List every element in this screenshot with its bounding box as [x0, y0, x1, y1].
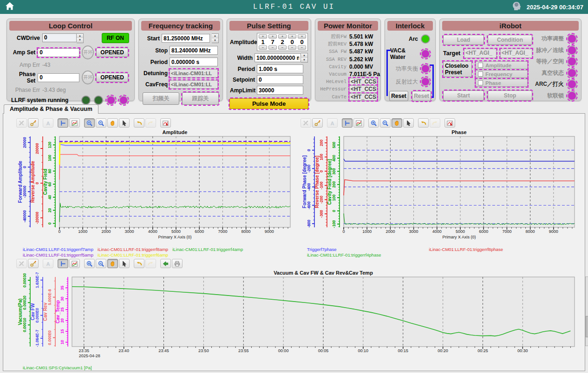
toolbar-annotation-button[interactable]: A: [327, 118, 338, 128]
chart-scrollbar[interactable]: [585, 277, 588, 346]
irobot-status-led: [567, 68, 577, 78]
amplitude-digit-stepper[interactable]: +1−+7−+2−+0−+0−: [257, 33, 308, 51]
pulse-up-icon[interactable]: ▲: [301, 53, 307, 58]
phase-opened-button[interactable]: OPENED: [96, 73, 128, 82]
digit-5-plus-button[interactable]: +: [298, 34, 306, 39]
freq-period-input[interactable]: [170, 58, 218, 66]
chart-scrollbar-thumb[interactable]: [586, 316, 588, 337]
toolbar-pointer-button[interactable]: [403, 118, 414, 128]
toolbar-tools-button[interactable]: [301, 118, 311, 128]
brain-head-icon[interactable]: [512, 0, 523, 13]
amp-set-input[interactable]: [38, 48, 79, 57]
toolbar-print-button[interactable]: [172, 259, 183, 268]
toolbar-tools-button[interactable]: [16, 259, 27, 268]
digit-1-minus-button[interactable]: −: [259, 45, 267, 50]
toolbar-redo-button[interactable]: [145, 259, 156, 268]
digit-3-minus-button[interactable]: −: [278, 45, 287, 50]
rf-on-button[interactable]: RF ON: [102, 33, 129, 43]
digit-3-plus-button[interactable]: +: [278, 34, 287, 39]
toolbar-undo-button[interactable]: [134, 259, 144, 268]
cwdrive-down-icon[interactable]: ▼: [77, 38, 83, 43]
toolbar-axes-button[interactable]: [58, 118, 68, 128]
toolbar-axes-button[interactable]: [342, 118, 353, 128]
toolbar-zoom-out-button[interactable]: [96, 259, 106, 268]
toolbar-zoom-in-button[interactable]: [368, 118, 379, 128]
amp-open-loop-button[interactable]: 开环: [82, 45, 94, 59]
toolbar-chart-style-button[interactable]: [69, 259, 80, 268]
reset-disabled-button[interactable]: Reset: [412, 91, 431, 101]
stop-button[interactable]: Stop: [488, 90, 532, 101]
toolbar-zoom-out-button[interactable]: [380, 118, 391, 128]
toolbar-remove-marker-button[interactable]: [444, 118, 455, 128]
toolbar-zoom-in-button[interactable]: [84, 118, 95, 128]
freq-down-icon[interactable]: ▼: [212, 39, 218, 43]
pulse-down-icon[interactable]: ▼: [301, 58, 307, 63]
amp-opened-button[interactable]: OPENED: [96, 48, 128, 57]
toolbar-chart-style-button[interactable]: [69, 118, 80, 128]
reset-button[interactable]: Reset: [389, 91, 408, 101]
amplitude-chart: AAmplitude200000-20000-40000Forward Ampl…: [15, 117, 297, 258]
frequency-checkbox[interactable]: [478, 71, 483, 77]
digit-1-plus-button[interactable]: +: [259, 34, 267, 39]
config-icon: [30, 260, 37, 267]
freq-start-input[interactable]: [162, 34, 210, 43]
toolbar-undo-button[interactable]: [418, 118, 429, 128]
freq-start-label: Start: [143, 35, 160, 42]
pulse-setpoint-input[interactable]: [257, 75, 303, 84]
pulse-mode-button[interactable]: Pulse Mode: [229, 98, 308, 109]
start-button[interactable]: Start: [443, 90, 484, 101]
toolbar-remove-marker-button[interactable]: [160, 118, 171, 128]
toolbar-pan-button[interactable]: [107, 259, 118, 268]
pulse-width-input[interactable]: [255, 53, 301, 62]
toolbar-tools-button[interactable]: [16, 118, 27, 128]
closeloop-phase-option[interactable]: Phase: [476, 79, 528, 87]
phase-open-loop-button[interactable]: 开环: [82, 71, 94, 84]
toolbar-undo-button[interactable]: [134, 118, 144, 128]
cwdrive-input[interactable]: [42, 33, 77, 42]
toolbar-chart-style-button[interactable]: [353, 118, 364, 128]
toolbar-zoom-in-button[interactable]: [84, 259, 95, 268]
pulse-period-input[interactable]: [257, 64, 303, 73]
toolbar-config-button[interactable]: [312, 118, 323, 128]
cwdrive-stepper[interactable]: ▲▼: [42, 33, 84, 43]
toolbar-pointer-button[interactable]: [119, 118, 130, 128]
freq-up-icon[interactable]: ▲: [212, 34, 218, 39]
digit-2-plus-button[interactable]: +: [268, 34, 277, 39]
toolbar-annotation-button[interactable]: A: [43, 259, 53, 268]
digit-5-minus-button[interactable]: −: [298, 45, 306, 50]
amplitude-plot[interactable]: Amplitude200000-20000-40000Forward Ampli…: [15, 129, 297, 245]
toolbar-pointer-button[interactable]: [119, 259, 130, 268]
closeloop-amplitude-option[interactable]: Amplitude: [476, 61, 528, 69]
toolbar-axes-button[interactable]: [58, 259, 68, 268]
digit-2-minus-button[interactable]: −: [268, 45, 277, 50]
condition-button[interactable]: Condition: [488, 35, 532, 45]
annotation-icon: A: [45, 260, 52, 267]
target-label: Target: [443, 50, 460, 57]
digit-4-minus-button[interactable]: −: [288, 45, 296, 50]
pulse-amplimit-input[interactable]: [257, 86, 303, 95]
amplitude-checkbox[interactable]: [478, 63, 483, 68]
toolbar-pan-button[interactable]: [392, 118, 402, 128]
phase-checkbox[interactable]: [478, 80, 483, 85]
toolbar-config-button[interactable]: [28, 118, 39, 128]
load-button[interactable]: Load: [443, 35, 484, 45]
undo-icon: [136, 260, 143, 267]
sweep-off-button[interactable]: 扫频关: [143, 92, 179, 105]
digit-4-plus-button[interactable]: +: [288, 34, 296, 39]
tab-amplitude-phase-vacuum[interactable]: Amplitude & Phase & Vacuum: [4, 104, 98, 114]
freq-stop-input[interactable]: [170, 46, 218, 55]
cwdrive-up-icon[interactable]: ▲: [77, 34, 83, 39]
closeloop-frequency-option[interactable]: Frequency: [476, 70, 528, 78]
toolbar-config-button[interactable]: [28, 259, 39, 268]
vacuum-plot[interactable]: Vacuum & Cav FW & Cav Rev&Cav Temp0.0003…: [15, 270, 583, 363]
toolbar-zoom-out-button[interactable]: [96, 118, 106, 128]
phase-plot[interactable]: Phase0-200-400-600-800Forward Phase [deg…: [300, 129, 581, 245]
toolbar-pan-button[interactable]: [107, 118, 118, 128]
svg-text:0: 0: [307, 149, 311, 151]
track-off-button[interactable]: 跟踪关: [182, 92, 219, 105]
toolbar-redo-button[interactable]: [430, 118, 440, 128]
toolbar-back-button[interactable]: [160, 259, 171, 268]
toolbar-redo-button[interactable]: [145, 118, 156, 128]
toolbar-annotation-button[interactable]: A: [43, 118, 53, 128]
phase-set-input[interactable]: [38, 73, 79, 82]
